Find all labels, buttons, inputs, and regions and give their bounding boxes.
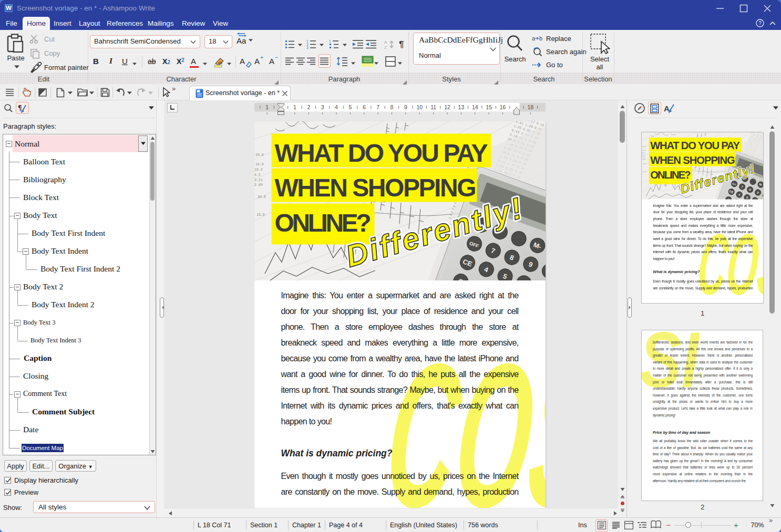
svg-text:WHEN SHOPPING: WHEN SHOPPING: [650, 154, 735, 166]
svg-text:b: b: [539, 35, 542, 41]
svg-text:2.00: 2.00: [254, 183, 263, 187]
svg-text:A: A: [384, 40, 387, 45]
svg-text:6: 6: [362, 104, 365, 110]
svg-text:16.2: 16.2: [254, 168, 263, 172]
svg-text:A: A: [664, 104, 670, 113]
svg-text:7: 7: [376, 104, 379, 110]
svg-text:4: 4: [335, 104, 338, 110]
svg-text:9: 9: [404, 104, 407, 110]
svg-text:16.9: 16.9: [643, 171, 646, 173]
svg-text:30.6: 30.6: [258, 195, 266, 199]
svg-text:1: 1: [265, 104, 269, 110]
svg-text:ONLINE?: ONLINE?: [274, 209, 371, 237]
svg-text:18: 18: [527, 104, 533, 110]
svg-text:a: a: [532, 35, 536, 41]
svg-text:4.5: 4.5: [254, 173, 261, 177]
svg-text:WHEN SHOPPING: WHEN SHOPPING: [274, 174, 476, 202]
svg-text:20.0: 20.0: [255, 153, 264, 157]
svg-text:20.0: 20.0: [642, 146, 646, 148]
svg-text:3: 3: [306, 46, 309, 49]
svg-text:11: 11: [430, 104, 436, 110]
svg-text:1: 1: [293, 104, 296, 110]
svg-text:16: 16: [499, 104, 506, 110]
svg-text:8: 8: [390, 104, 393, 110]
svg-text:3.21: 3.21: [642, 157, 645, 158]
svg-text:?: ?: [758, 20, 762, 26]
svg-text:ab: ab: [218, 61, 222, 65]
svg-text:¶: ¶: [18, 104, 22, 112]
svg-text:16.9: 16.9: [256, 213, 265, 217]
svg-text:12: 12: [444, 104, 450, 110]
svg-text:1: 1: [329, 39, 331, 43]
svg-text:3.21: 3.21: [254, 179, 263, 182]
svg-text:3: 3: [321, 104, 324, 110]
svg-text:16.2: 16.2: [642, 152, 645, 154]
svg-text:10: 10: [416, 104, 423, 110]
svg-text:WHAT DO YOU PAY: WHAT DO YOU PAY: [650, 140, 740, 151]
svg-text:4.5: 4.5: [642, 154, 644, 156]
svg-text:5: 5: [348, 104, 352, 110]
svg-text:Z: Z: [384, 45, 387, 49]
svg-text:ONLINE?: ONLINE?: [650, 169, 691, 181]
svg-text:16.9: 16.9: [255, 163, 264, 166]
svg-text:16.9: 16.9: [642, 150, 646, 151]
svg-text:2.00: 2.00: [642, 159, 645, 160]
svg-text:15: 15: [486, 104, 492, 110]
svg-text:2: 2: [307, 104, 310, 110]
svg-text:13: 13: [458, 104, 464, 110]
svg-text:14: 14: [471, 104, 478, 110]
svg-text:WHAT DO YOU PAY: WHAT DO YOU PAY: [274, 139, 488, 167]
svg-text:30.6: 30.6: [643, 163, 647, 165]
